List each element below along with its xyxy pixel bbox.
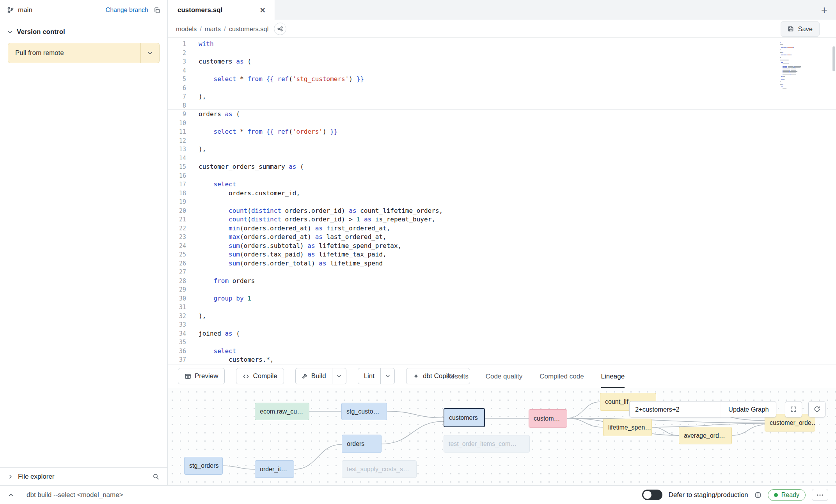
code-line[interactable]: 9orders as ( bbox=[168, 110, 836, 119]
pull-from-remote-label[interactable]: Pull from remote bbox=[8, 43, 140, 63]
code-line[interactable]: 19 bbox=[168, 198, 836, 207]
code-line[interactable]: 22 min(orders.ordered_at) as first_order… bbox=[168, 224, 836, 233]
lineage-node[interactable]: lifetime_spen… bbox=[603, 419, 652, 436]
code-line[interactable]: 31 bbox=[168, 303, 836, 312]
code-line[interactable]: 14 bbox=[168, 154, 836, 163]
status-badge[interactable]: Ready bbox=[768, 489, 806, 501]
code-line[interactable]: 13), bbox=[168, 145, 836, 154]
build-options-caret[interactable] bbox=[332, 368, 346, 384]
code-line[interactable]: 34joined as ( bbox=[168, 329, 836, 338]
version-control-header[interactable]: Version control bbox=[0, 20, 167, 42]
lineage-search-input[interactable] bbox=[629, 401, 721, 417]
code-line[interactable]: 6 bbox=[168, 84, 836, 93]
code-line[interactable]: 33 bbox=[168, 320, 836, 329]
code-line[interactable]: 17 select bbox=[168, 180, 836, 189]
code-line[interactable]: 23 max(orders.ordered_at) as last_ordere… bbox=[168, 233, 836, 242]
breadcrumb-row: models/marts/customers.sql Save bbox=[168, 20, 836, 38]
breadcrumb-models[interactable]: models bbox=[176, 25, 197, 32]
git-branch-icon bbox=[7, 7, 14, 14]
code-line[interactable]: 29 bbox=[168, 285, 836, 294]
code-line[interactable]: 4 bbox=[168, 66, 836, 75]
code-line[interactable]: 7), bbox=[168, 92, 836, 101]
copy-icon[interactable] bbox=[154, 7, 160, 14]
ellipsis-icon bbox=[816, 494, 824, 496]
code-line[interactable]: 28 from orders bbox=[168, 277, 836, 286]
file-explorer-label: File explorer bbox=[18, 473, 55, 481]
tab-results[interactable]: Results bbox=[446, 364, 469, 388]
code-line[interactable]: 8 bbox=[168, 101, 836, 110]
code-editor[interactable]: 1with23customers as (45 select * from {{… bbox=[168, 38, 836, 364]
code-line[interactable]: 36 select bbox=[168, 347, 836, 356]
command-hint[interactable]: dbt build --select <model_name> bbox=[27, 491, 123, 499]
change-branch-link[interactable]: Change branch bbox=[106, 7, 148, 14]
close-icon[interactable]: × bbox=[260, 6, 265, 15]
code-line[interactable]: 3customers as ( bbox=[168, 57, 836, 66]
refresh-button[interactable] bbox=[808, 401, 825, 417]
code-line[interactable]: 30 group by 1 bbox=[168, 294, 836, 303]
file-lineage-button[interactable] bbox=[274, 23, 286, 35]
code-line[interactable]: 24 sum(orders.subtotal) as lifetime_spen… bbox=[168, 242, 836, 251]
code-line[interactable]: 32), bbox=[168, 312, 836, 321]
code-line[interactable]: 1with bbox=[168, 40, 836, 49]
pull-from-remote-button[interactable]: Pull from remote bbox=[8, 43, 160, 63]
code-line[interactable]: 26 sum(orders.order_total) as lifetime_s… bbox=[168, 259, 836, 268]
chevron-down-icon bbox=[147, 50, 153, 56]
lineage-node[interactable]: test_order_items_com… bbox=[444, 435, 530, 453]
info-icon[interactable] bbox=[754, 492, 761, 499]
fullscreen-button[interactable] bbox=[785, 401, 802, 417]
chevron-up-icon[interactable] bbox=[8, 492, 14, 498]
lineage-node[interactable]: order_it… bbox=[255, 460, 294, 478]
code-line[interactable]: 35 bbox=[168, 338, 836, 347]
breadcrumb-marts[interactable]: marts bbox=[205, 25, 221, 32]
code-line[interactable]: 27 bbox=[168, 268, 836, 277]
lineage-node[interactable]: ecom.raw_cu… bbox=[255, 403, 309, 420]
lineage-icon bbox=[277, 26, 283, 32]
lineage-panel[interactable]: ecom.raw_cu…stg_custo…customerscustom…co… bbox=[168, 388, 836, 485]
lint-options-caret[interactable] bbox=[380, 368, 394, 384]
lineage-node[interactable]: average_ord… bbox=[679, 427, 732, 444]
update-graph-button[interactable]: Update Graph bbox=[721, 401, 776, 417]
lineage-node[interactable]: custom… bbox=[529, 409, 567, 428]
code-line[interactable]: 5 select * from {{ ref('stg_customers') … bbox=[168, 75, 836, 84]
save-button[interactable]: Save bbox=[781, 21, 820, 37]
branch-row: main Change branch bbox=[0, 0, 167, 20]
code-line[interactable]: 16 bbox=[168, 172, 836, 180]
code-line[interactable]: 10 bbox=[168, 119, 836, 128]
compile-button[interactable]: Compile bbox=[236, 368, 284, 384]
tab-compiled-code[interactable]: Compiled code bbox=[540, 364, 584, 388]
lineage-node[interactable]: customers bbox=[444, 408, 485, 427]
hammer-icon bbox=[302, 373, 308, 379]
code-line[interactable]: 15customer_orders_summary as ( bbox=[168, 163, 836, 172]
version-control-label: Version control bbox=[17, 28, 65, 36]
chevron-down-icon bbox=[336, 373, 342, 379]
code-line[interactable]: 25 sum(orders.tax_paid) as lifetime_tax_… bbox=[168, 250, 836, 259]
lineage-node[interactable]: stg_orders bbox=[184, 457, 223, 475]
build-button[interactable]: Build bbox=[296, 368, 332, 384]
more-options-button[interactable] bbox=[812, 489, 828, 501]
code-line[interactable]: 11 select * from {{ ref('orders') }} bbox=[168, 127, 836, 136]
editor-scrollbar[interactable] bbox=[832, 46, 835, 71]
file-explorer-row[interactable]: File explorer bbox=[0, 467, 167, 485]
new-tab-button[interactable]: + bbox=[813, 0, 836, 20]
chevron-down-icon bbox=[385, 373, 390, 379]
lineage-node[interactable]: stg_custo… bbox=[341, 403, 387, 420]
code-line[interactable]: 21 count(distinct orders.order_id) > 1 a… bbox=[168, 215, 836, 224]
tab-code-quality[interactable]: Code quality bbox=[486, 364, 523, 388]
defer-toggle[interactable] bbox=[642, 490, 662, 500]
tab-lineage[interactable]: Lineage bbox=[601, 364, 625, 388]
search-icon[interactable] bbox=[153, 473, 160, 480]
code-line[interactable]: 37 customers.*, bbox=[168, 355, 836, 364]
code-line[interactable]: 2 bbox=[168, 49, 836, 58]
preview-button[interactable]: Preview bbox=[178, 368, 225, 384]
lint-button[interactable]: Lint bbox=[358, 368, 380, 384]
tab-customers-sql[interactable]: customers.sql × bbox=[168, 0, 275, 20]
code-line[interactable]: 18 orders.customer_id, bbox=[168, 189, 836, 198]
code-line[interactable]: 20 count(distinct orders.order_id) as co… bbox=[168, 207, 836, 216]
lineage-node[interactable]: test_supply_costs_s… bbox=[342, 460, 417, 478]
breadcrumb-file[interactable]: customers.sql bbox=[229, 25, 269, 32]
editor-toolbar: Preview Compile Build Lint dbt Copilot R… bbox=[168, 364, 836, 388]
pull-options-caret[interactable] bbox=[140, 43, 159, 63]
minimap[interactable] bbox=[780, 42, 813, 89]
lineage-node[interactable]: orders bbox=[342, 435, 382, 453]
code-line[interactable]: 12 bbox=[168, 136, 836, 145]
